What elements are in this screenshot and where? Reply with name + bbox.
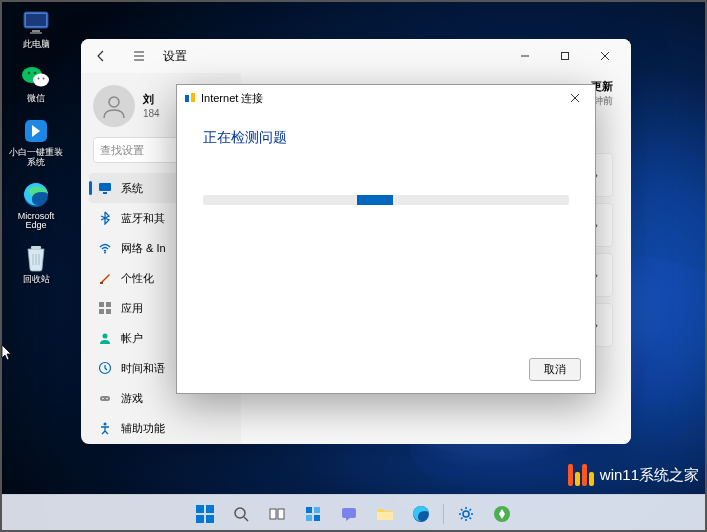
svg-rect-37 [270, 509, 276, 519]
cancel-button[interactable]: 取消 [529, 358, 581, 381]
svg-point-18 [104, 252, 106, 254]
gaming-icon [97, 390, 113, 406]
taskbar-chat[interactable] [333, 498, 365, 530]
taskbar-app[interactable] [486, 498, 518, 530]
desktop-icon-label: 此电脑 [23, 40, 50, 50]
svg-rect-17 [103, 192, 107, 194]
maximize-button[interactable] [545, 42, 585, 70]
nav-label: 网络 & In [121, 241, 166, 256]
svg-point-27 [102, 398, 104, 400]
system-icon [97, 180, 113, 196]
svg-point-29 [104, 423, 107, 426]
svg-point-8 [38, 77, 40, 79]
progress-bar [203, 195, 569, 205]
wifi-icon [97, 240, 113, 256]
svg-point-46 [463, 511, 469, 517]
svg-rect-1 [26, 14, 46, 26]
progress-fill [357, 195, 394, 205]
nav-label: 游戏 [121, 391, 143, 406]
svg-rect-21 [106, 302, 111, 307]
nav-label: 帐户 [121, 331, 143, 346]
svg-rect-26 [100, 396, 110, 401]
svg-point-14 [109, 97, 119, 107]
settings-titlebar: 设置 [81, 39, 631, 73]
dialog-titlebar: Internet 连接 [177, 85, 595, 111]
back-button[interactable] [87, 42, 115, 70]
svg-point-28 [106, 398, 108, 400]
this-pc-icon [21, 8, 51, 38]
svg-rect-40 [314, 507, 320, 513]
brush-icon [97, 270, 113, 286]
watermark: win11系统之家 [568, 464, 699, 486]
desktop-icon-recycle-bin[interactable]: 回收站 [6, 243, 66, 285]
watermark-logo [568, 464, 594, 486]
edge-icon [21, 180, 51, 210]
search-placeholder: 查找设置 [100, 143, 144, 158]
svg-rect-43 [342, 508, 356, 518]
desktop-icon-wechat[interactable]: 微信 [6, 62, 66, 104]
recycle-bin-icon [21, 243, 51, 273]
troubleshooter-dialog: Internet 连接 正在检测问题 取消 [176, 84, 596, 394]
svg-rect-35 [206, 515, 214, 523]
svg-rect-3 [30, 32, 42, 34]
svg-rect-41 [306, 515, 312, 521]
svg-point-9 [43, 77, 45, 79]
desktop-icon-label: Microsoft Edge [18, 212, 55, 232]
clock-icon [97, 360, 113, 376]
start-button[interactable] [189, 498, 221, 530]
svg-rect-16 [99, 183, 111, 191]
avatar [93, 85, 135, 127]
svg-rect-22 [99, 309, 104, 314]
desktop-icon-label: 小白一键重装 系统 [9, 148, 63, 168]
svg-rect-20 [99, 302, 104, 307]
svg-rect-39 [306, 507, 312, 513]
svg-rect-2 [32, 30, 40, 32]
taskbar-task-view[interactable] [261, 498, 293, 530]
hamburger-icon[interactable] [125, 42, 153, 70]
minimize-button[interactable] [505, 42, 545, 70]
svg-rect-12 [31, 246, 41, 249]
wechat-icon [21, 62, 51, 92]
watermark-text: win11系统之家 [600, 466, 699, 485]
svg-rect-23 [106, 309, 111, 314]
nav-label: 辅助功能 [121, 421, 165, 436]
svg-rect-33 [206, 505, 214, 513]
nav-label: 个性化 [121, 271, 154, 286]
svg-point-36 [235, 508, 245, 518]
troubleshoot-icon [183, 91, 197, 105]
svg-rect-13 [562, 53, 569, 60]
svg-rect-42 [314, 515, 320, 521]
window-title: 设置 [163, 48, 187, 65]
user-email: 184 [143, 107, 160, 120]
taskbar-search[interactable] [225, 498, 257, 530]
nav-label: 应用 [121, 301, 143, 316]
taskbar-settings[interactable] [450, 498, 482, 530]
svg-point-6 [28, 72, 31, 75]
desktop-icon-label: 微信 [27, 94, 45, 104]
desktop-icons-column: 此电脑 微信 小白一键重装 系统 Microsoft Edge 回收站 [6, 8, 66, 297]
user-name: 刘 [143, 92, 160, 106]
desktop-icon-label: 回收站 [23, 275, 50, 285]
taskbar-widgets[interactable] [297, 498, 329, 530]
taskbar-explorer[interactable] [369, 498, 401, 530]
desktop-icon-xiaobai[interactable]: 小白一键重装 系统 [6, 116, 66, 168]
xiaobai-icon [21, 116, 51, 146]
nav-label: 蓝牙和其 [121, 211, 165, 226]
desktop-icon-this-pc[interactable]: 此电脑 [6, 8, 66, 50]
accounts-icon [97, 330, 113, 346]
dialog-title: Internet 连接 [201, 91, 263, 106]
taskbar-separator [443, 504, 444, 524]
nav-accessibility[interactable]: 辅助功能 [89, 413, 233, 443]
dialog-heading: 正在检测问题 [203, 129, 569, 147]
svg-rect-32 [196, 505, 204, 513]
dialog-close-button[interactable] [561, 87, 589, 109]
svg-rect-31 [191, 93, 195, 102]
close-button[interactable] [585, 42, 625, 70]
taskbar-edge[interactable] [405, 498, 437, 530]
nav-label: 系统 [121, 181, 143, 196]
desktop-icon-edge[interactable]: Microsoft Edge [6, 180, 66, 232]
svg-rect-19 [100, 282, 103, 284]
svg-rect-38 [278, 509, 284, 519]
svg-point-5 [33, 73, 49, 86]
svg-rect-44 [377, 512, 393, 520]
